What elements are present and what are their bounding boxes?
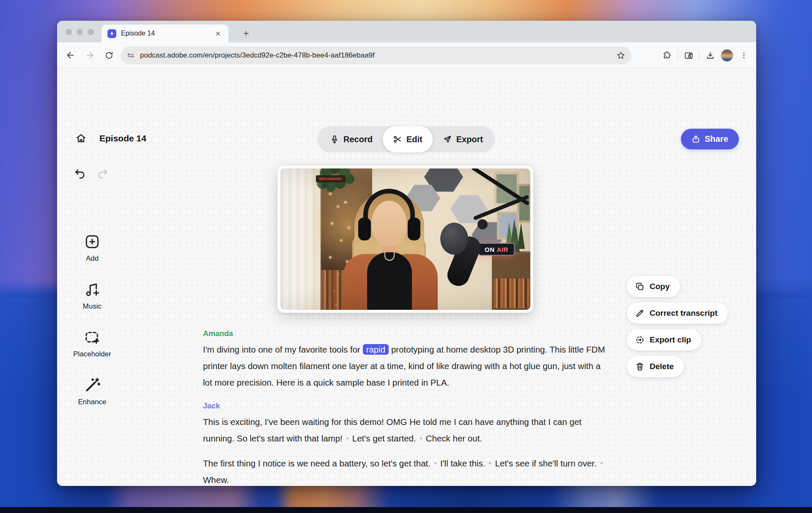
pause-dot	[346, 437, 348, 439]
home-icon[interactable]	[74, 131, 88, 145]
tab-export-label: Export	[456, 135, 483, 144]
tool-add-label: Add	[86, 254, 99, 263]
pause-dot	[601, 462, 603, 464]
send-icon	[443, 135, 452, 144]
tab-record-label: Record	[343, 135, 373, 144]
tab-title: Episode 14	[121, 30, 213, 37]
site-settings-icon[interactable]	[126, 51, 135, 60]
toolbar-divider	[699, 51, 700, 60]
share-icon	[691, 135, 700, 143]
delete-button[interactable]: Delete	[627, 356, 684, 377]
tool-enhance[interactable]: Enhance	[78, 376, 106, 406]
pause-dot	[489, 462, 491, 464]
redo-icon[interactable]	[96, 168, 110, 181]
new-tab-button[interactable]	[240, 27, 252, 40]
speaker-label-jack[interactable]: Jack	[203, 402, 608, 411]
speaker-label-amanda[interactable]: Amanda	[203, 329, 608, 338]
export-clip-icon	[635, 335, 645, 345]
video-preview[interactable]: RECORDING ON AIR	[277, 165, 533, 313]
video-frame: RECORDING ON AIR	[280, 168, 530, 310]
share-label: Share	[705, 134, 728, 144]
traffic-light-minimize[interactable]	[77, 29, 83, 35]
scene-vignette	[280, 168, 530, 310]
forward-icon[interactable]	[82, 48, 97, 63]
tool-placeholder[interactable]: Placeholder	[73, 328, 111, 359]
scissors-icon	[393, 135, 402, 144]
tool-music[interactable]: Music	[83, 281, 102, 311]
pencil-icon	[635, 309, 645, 318]
adobe-podcast-app: Episode 14 Record Edit Export Share	[57, 69, 756, 485]
tool-placeholder-label: Placeholder	[73, 350, 111, 359]
traffic-light-close[interactable]	[66, 29, 72, 35]
export-clip-label: Export clip	[650, 335, 691, 345]
pause-dot	[420, 437, 422, 439]
enhance-wand-icon	[83, 376, 101, 394]
pause-dot	[434, 462, 436, 464]
traffic-light-maximize[interactable]	[88, 29, 94, 35]
tab-strip: Episode 14	[57, 21, 756, 42]
transcript: Amanda I'm diving into one of my favorit…	[203, 329, 608, 486]
back-icon[interactable]	[63, 48, 77, 63]
undo-icon[interactable]	[74, 168, 88, 181]
toolbar-divider	[678, 51, 678, 60]
microphone-icon	[330, 135, 339, 144]
url-text: podcast.adobe.com/en/projects/3edcd92e-c…	[140, 51, 616, 60]
url-bar[interactable]: podcast.adobe.com/en/projects/3edcd92e-c…	[121, 47, 631, 64]
tool-music-label: Music	[83, 302, 102, 311]
extensions-icon[interactable]	[660, 48, 674, 63]
browser-tab[interactable]: Episode 14	[102, 25, 228, 42]
add-icon	[83, 233, 101, 251]
browser-window: Episode 14 podcast.adobe.com/en/	[57, 21, 756, 486]
browser-toolbar: podcast.adobe.com/en/projects/3edcd92e-c…	[57, 42, 756, 69]
highlighted-word[interactable]: rapid	[363, 344, 389, 355]
share-button[interactable]: Share	[681, 129, 739, 149]
desktop: Episode 14 podcast.adobe.com/en/	[0, 0, 812, 513]
search-tabs-icon[interactable]	[681, 48, 696, 63]
copy-button[interactable]: Copy	[627, 276, 680, 297]
tool-panel: Add Music Placeholder	[64, 233, 121, 406]
correct-transcript-button[interactable]: Correct transcript	[627, 303, 728, 324]
project-title: Episode 14	[99, 133, 146, 143]
tab-edit-label: Edit	[406, 135, 422, 144]
downloads-icon[interactable]	[703, 48, 717, 63]
tool-add[interactable]: Add	[83, 233, 101, 263]
trash-icon	[635, 362, 645, 371]
menu-kebab-icon[interactable]	[737, 48, 751, 63]
music-add-icon	[83, 281, 101, 298]
tab-record[interactable]: Record	[320, 126, 383, 152]
tab-export[interactable]: Export	[433, 126, 493, 152]
copy-icon	[635, 282, 645, 291]
reload-icon[interactable]	[102, 48, 116, 63]
adobe-podcast-favicon	[107, 29, 116, 38]
placeholder-icon	[83, 328, 101, 346]
transcript-paragraph[interactable]: I'm diving into one of my favorite tools…	[203, 341, 608, 391]
toolbar-right	[660, 42, 751, 69]
mode-switcher: Record Edit Export	[317, 126, 495, 152]
profile-avatar[interactable]	[721, 49, 733, 62]
copy-label: Copy	[650, 282, 670, 291]
bookmark-star-icon[interactable]	[616, 51, 625, 60]
tool-enhance-label: Enhance	[78, 398, 106, 406]
tab-edit[interactable]: Edit	[383, 126, 433, 152]
transcript-paragraph[interactable]: The first thing I notice is we need a ba…	[203, 455, 608, 486]
selection-context-menu: Copy Correct transcript Export clip	[627, 276, 728, 377]
delete-label: Delete	[650, 362, 674, 371]
export-clip-button[interactable]: Export clip	[627, 329, 701, 350]
correct-transcript-label: Correct transcript	[650, 309, 718, 318]
screen-bottom-strip	[0, 507, 812, 513]
transcript-paragraph[interactable]: This is exciting, I've been waiting for …	[203, 414, 608, 447]
tab-close-icon[interactable]	[213, 29, 222, 38]
